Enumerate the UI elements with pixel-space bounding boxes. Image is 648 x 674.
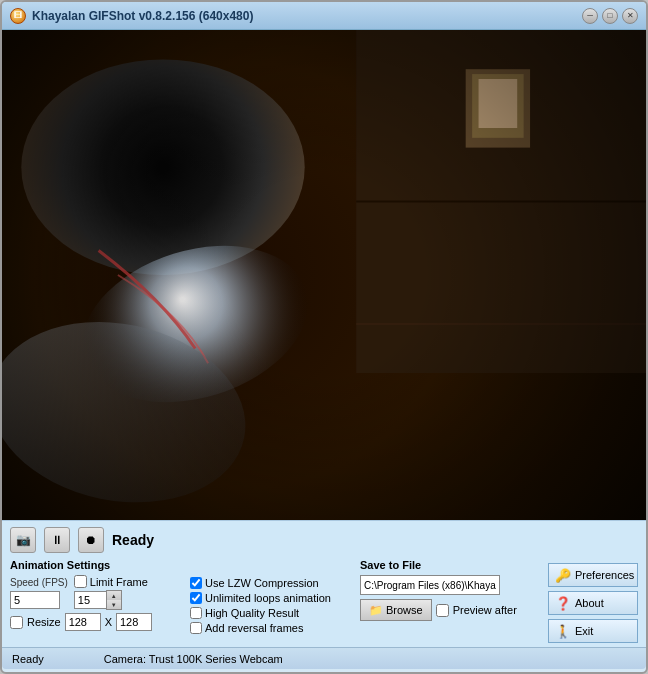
title-bar-left: 🎞 Khayalan GIFShot v0.8.2.156 (640x480) [10, 8, 253, 24]
limit-input[interactable] [74, 591, 106, 609]
save-path-row [360, 575, 538, 595]
save-section: Save to File 📁 Browse Preview after [360, 559, 538, 621]
limit-frame-group: Limit Frame ▲ ▼ [74, 575, 148, 610]
preview-checkbox[interactable] [436, 604, 449, 617]
limit-input-wrap: ▲ ▼ [74, 590, 148, 610]
exit-button[interactable]: 🚶 Exit [548, 619, 638, 643]
stop-icon: ⏺ [85, 533, 97, 547]
limit-row: Limit Frame [74, 575, 148, 588]
reversal-text: Add reversal frames [205, 622, 303, 634]
browse-button[interactable]: 📁 Browse [360, 599, 432, 621]
quality-checkbox[interactable] [190, 607, 202, 619]
controls-main: Animation Settings Speed (FPS) Limit Fra… [10, 559, 638, 643]
preferences-button[interactable]: 🔑 Preferences [548, 563, 638, 587]
resize-sep: X [105, 616, 112, 628]
transport-row: 📷 ⏸ ⏺ Ready [10, 527, 638, 553]
camera-canvas [2, 30, 646, 520]
main-window: 🎞 Khayalan GIFShot v0.8.2.156 (640x480) … [0, 0, 648, 674]
pause-button[interactable]: ⏸ [44, 527, 70, 553]
right-buttons: 🔑 Preferences ❓ About 🚶 Exit [548, 559, 638, 643]
lzw-label[interactable]: Use LZW Compression [190, 577, 350, 589]
speed-input[interactable] [10, 591, 60, 609]
title-buttons: ─ □ ✕ [582, 8, 638, 24]
preferences-icon: 🔑 [555, 568, 571, 583]
resize-row: Resize X [10, 613, 180, 631]
stop-button[interactable]: ⏺ [78, 527, 104, 553]
preferences-label: Preferences [575, 569, 634, 581]
resize-width-input[interactable] [65, 613, 101, 631]
status-right: Camera: Trust 100K Series Webcam [104, 653, 283, 665]
preview-label: Preview after [453, 604, 517, 616]
speed-col: Speed (FPS) [10, 577, 68, 609]
about-icon: ❓ [555, 596, 571, 611]
browse-icon: 📁 [369, 604, 383, 617]
speed-row: Speed (FPS) Limit Frame ▲ ▼ [10, 575, 180, 610]
spin-buttons: ▲ ▼ [106, 590, 122, 610]
close-button[interactable]: ✕ [622, 8, 638, 24]
save-label: Save to File [360, 559, 538, 571]
exit-label: Exit [575, 625, 593, 637]
maximize-button[interactable]: □ [602, 8, 618, 24]
spin-down-button[interactable]: ▼ [107, 600, 121, 609]
browse-label: Browse [386, 604, 423, 616]
compression-options: Use LZW Compression Unlimited loops anim… [190, 559, 350, 634]
pause-icon: ⏸ [51, 533, 63, 547]
speed-label: Speed (FPS) [10, 577, 68, 588]
reversal-checkbox[interactable] [190, 622, 202, 634]
window-title: Khayalan GIFShot v0.8.2.156 (640x480) [32, 9, 253, 23]
loops-label[interactable]: Unlimited loops animation [190, 592, 350, 604]
camera-preview [2, 30, 646, 520]
reversal-label[interactable]: Add reversal frames [190, 622, 350, 634]
quality-label[interactable]: High Quality Result [190, 607, 350, 619]
lzw-text: Use LZW Compression [205, 577, 319, 589]
about-button[interactable]: ❓ About [548, 591, 638, 615]
limit-frame-label: Limit Frame [90, 576, 148, 588]
ready-label: Ready [112, 532, 154, 548]
limit-frame-checkbox[interactable] [74, 575, 87, 588]
minimize-button[interactable]: ─ [582, 8, 598, 24]
loops-checkbox[interactable] [190, 592, 202, 604]
app-icon: 🎞 [10, 8, 26, 24]
preview-row: 📁 Browse Preview after [360, 599, 538, 621]
record-icon: 📷 [16, 533, 31, 547]
exit-icon: 🚶 [555, 624, 571, 639]
resize-label: Resize [27, 616, 61, 628]
save-path-input[interactable] [360, 575, 500, 595]
status-left: Ready [12, 653, 44, 665]
controls-area: 📷 ⏸ ⏺ Ready Animation Settings Speed (FP… [2, 520, 646, 647]
resize-height-input[interactable] [116, 613, 152, 631]
lzw-checkbox[interactable] [190, 577, 202, 589]
spin-up-button[interactable]: ▲ [107, 591, 121, 600]
animation-settings-label: Animation Settings [10, 559, 180, 571]
animation-settings: Animation Settings Speed (FPS) Limit Fra… [10, 559, 180, 631]
title-bar: 🎞 Khayalan GIFShot v0.8.2.156 (640x480) … [2, 2, 646, 30]
status-bar: Ready Camera: Trust 100K Series Webcam [2, 647, 646, 669]
record-button[interactable]: 📷 [10, 527, 36, 553]
quality-text: High Quality Result [205, 607, 299, 619]
resize-checkbox[interactable] [10, 616, 23, 629]
about-label: About [575, 597, 604, 609]
loops-text: Unlimited loops animation [205, 592, 331, 604]
